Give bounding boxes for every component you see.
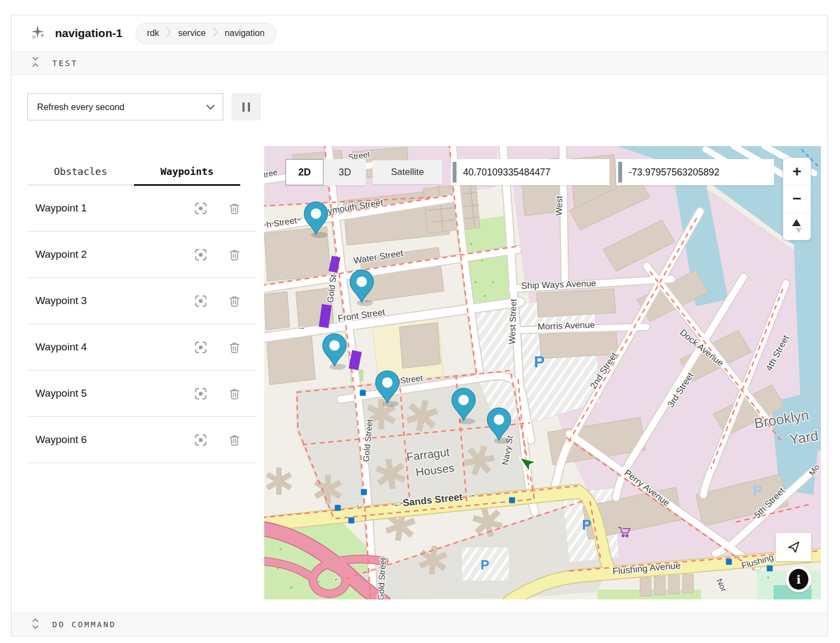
waypoint-label: Waypoint 2 [27,248,174,260]
expand-icon[interactable] [31,618,40,632]
breadcrumb-item[interactable]: service [178,28,206,38]
mode-3d-button[interactable]: 3D [324,159,366,185]
waypoint-label: Waypoint 3 [27,295,174,307]
drag-handle[interactable] [618,162,622,183]
map[interactable]: Plymouth StreetWater StreetFront StreetY… [264,146,821,599]
map-canvas[interactable]: Plymouth StreetWater StreetFront StreetY… [264,146,821,599]
delete-waypoint-button[interactable] [227,340,241,354]
map-zoom-control: + − [783,157,811,240]
tab-waypoints[interactable]: Waypoints [134,158,241,185]
trash-icon [228,248,241,261]
chevron-right-icon [166,26,171,40]
test-section-header[interactable]: TEST [11,51,827,75]
breadcrumb[interactable]: rdk service navigation [136,23,276,44]
trash-icon [228,202,241,215]
parking-icon: P [480,557,489,572]
waypoint-label: Waypoint 4 [27,341,174,353]
map-mode-toggle: 2D 3D [285,159,366,185]
drag-handle[interactable] [453,162,456,183]
chevron-down-icon [206,101,215,110]
svg-text:→: → [296,322,306,332]
svg-text:→: → [466,488,477,500]
info-icon: i [789,569,808,590]
svg-text:↓: ↓ [356,499,361,508]
chevron-right-icon [213,26,218,40]
refresh-rate-select[interactable]: Refresh every second [27,93,223,120]
waypoint-row: Waypoint 4 [27,324,257,371]
waypoint-row: Waypoint 2 [27,232,257,278]
trash-icon [228,295,241,307]
service-card: navigation-1 rdk service navigation TEST… [11,15,828,636]
focus-waypoint-button[interactable] [193,433,208,447]
parking-icon: P [582,517,591,533]
parking-icon: P [752,482,762,499]
delete-waypoint-button[interactable] [227,247,241,262]
card-header: navigation-1 rdk service navigation [11,15,827,51]
page-title: navigation-1 [55,27,123,40]
latitude-field [451,159,610,185]
longitude-field [616,159,774,185]
compass-button[interactable] [783,213,811,240]
breadcrumb-item[interactable]: navigation [225,28,265,38]
longitude-input[interactable] [622,166,774,179]
tab-bar: Obstacles Waypoints [27,158,240,185]
focus-waypoint-button[interactable] [193,340,208,354]
zoom-out-button[interactable]: − [783,185,811,213]
locate-button[interactable] [776,533,811,561]
refresh-row: Refresh every second [27,93,261,120]
waypoint-row: Waypoint 5 [27,371,257,417]
trash-icon [228,341,241,354]
focus-icon [194,341,208,354]
delete-waypoint-button[interactable] [227,386,241,401]
svg-text:West Street: West Street [507,299,518,344]
parking-icon: P [534,353,545,371]
sparkles-icon [31,25,46,42]
collapse-icon[interactable] [31,56,40,70]
do-command-label: DO COMMAND [52,620,116,629]
latitude-input[interactable] [456,166,610,179]
focus-icon [194,433,208,447]
delete-waypoint-button[interactable] [227,433,241,447]
trash-icon [228,434,241,446]
mode-2d-button[interactable]: 2D [285,159,324,185]
delete-waypoint-button[interactable] [227,201,241,215]
focus-waypoint-button[interactable] [193,294,208,308]
waypoint-list: Waypoint 1Waypoint 2Waypoint 3Waypoint 4… [27,185,257,463]
focus-waypoint-button[interactable] [193,386,208,401]
waypoint-row: Waypoint 6 [27,417,257,463]
trash-icon [228,387,241,400]
delete-waypoint-button[interactable] [227,294,241,308]
waypoint-label: Waypoint 6 [27,434,174,446]
svg-text:Morris Avenue: Morris Avenue [537,319,595,331]
focus-icon [194,248,208,262]
pause-icon [242,102,245,112]
focus-icon [194,294,208,308]
focus-icon [194,202,208,215]
map-info-button[interactable]: i [786,566,812,592]
focus-waypoint-button[interactable] [193,201,208,215]
focus-icon [194,387,208,401]
refresh-rate-value: Refresh every second [37,102,125,112]
do-command-section-header[interactable]: DO COMMAND [11,612,827,636]
zoom-in-button[interactable]: + [783,158,811,185]
satellite-button[interactable]: Satellite [373,160,442,184]
focus-waypoint-button[interactable] [193,247,208,262]
waypoint-label: Waypoint 5 [27,387,174,399]
svg-text:West: West [554,196,564,216]
pause-button[interactable] [232,93,261,120]
breadcrumb-item[interactable]: rdk [147,28,159,38]
test-section-label: TEST [52,59,78,68]
waypoint-row: Waypoint 1 [27,185,257,232]
tab-obstacles[interactable]: Obstacles [27,158,134,185]
waypoint-label: Waypoint 1 [27,202,174,214]
waypoint-row: Waypoint 3 [27,278,257,324]
compass-icon [792,219,802,233]
waypoints-panel: Obstacles Waypoints Waypoint 1Waypoint 2… [27,158,257,463]
navigation-arrow-icon [787,540,801,554]
